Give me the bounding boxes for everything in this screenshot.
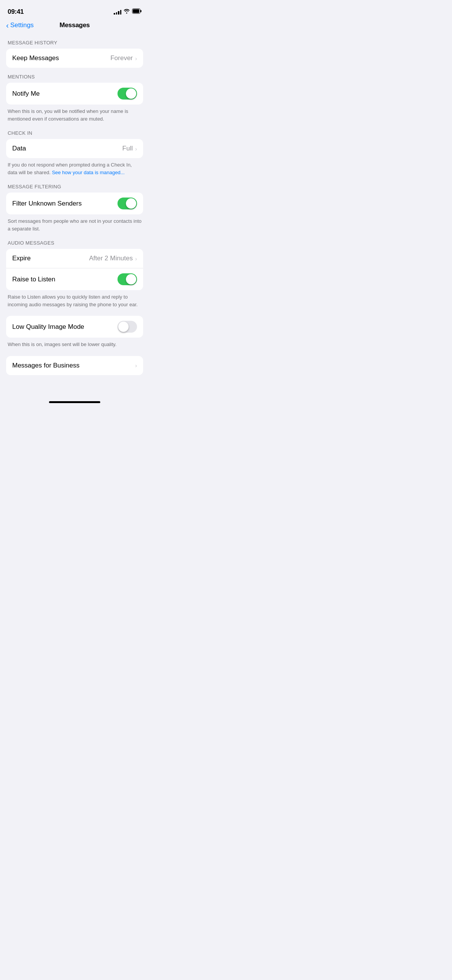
expire-chevron-icon: › xyxy=(135,255,137,262)
section-header-message-filtering: MESSAGE FILTERING xyxy=(0,178,149,193)
audio-messages-card: Expire After 2 Minutes › Raise to Listen xyxy=(6,249,143,290)
section-header-check-in: CHECK IN xyxy=(0,124,149,139)
audio-messages-desc: Raise to Listen allows you to quickly li… xyxy=(0,290,149,310)
keep-messages-row[interactable]: Keep Messages Forever › xyxy=(6,49,143,68)
messages-for-business-card: Messages for Business › xyxy=(6,356,143,375)
messages-for-business-chevron-icon: › xyxy=(135,362,137,369)
message-filtering-desc: Sort messages from people who are not in… xyxy=(0,214,149,234)
settings-content: MESSAGE HISTORY Keep Messages Forever › … xyxy=(0,34,149,390)
section-header-audio-messages: AUDIO MESSAGES xyxy=(0,234,149,249)
filter-unknown-senders-toggle-thumb xyxy=(126,198,136,209)
data-chevron-icon: › xyxy=(135,145,137,152)
low-quality-image-mode-toggle[interactable] xyxy=(117,321,137,333)
svg-rect-2 xyxy=(133,9,139,13)
raise-to-listen-toggle[interactable] xyxy=(117,273,137,285)
low-quality-image-mode-toggle-thumb xyxy=(118,322,129,332)
data-row[interactable]: Data Full › xyxy=(6,139,143,158)
notify-me-toggle-thumb xyxy=(126,88,136,99)
status-bar: 09:41 xyxy=(0,0,149,18)
keep-messages-value: Forever › xyxy=(110,54,137,62)
status-icons xyxy=(114,8,142,15)
messages-for-business-value: › xyxy=(135,362,137,369)
notify-me-row: Notify Me xyxy=(6,83,143,105)
back-label: Settings xyxy=(10,21,34,29)
notify-me-toggle[interactable] xyxy=(117,88,137,100)
filter-unknown-senders-label: Filter Unknown Senders xyxy=(12,200,82,207)
messages-for-business-label: Messages for Business xyxy=(12,362,80,369)
expire-value: After 2 Minutes › xyxy=(89,255,137,262)
messages-for-business-row[interactable]: Messages for Business › xyxy=(6,356,143,375)
notify-me-label: Notify Me xyxy=(12,90,40,98)
filter-unknown-senders-toggle[interactable] xyxy=(117,198,137,209)
low-quality-image-mode-desc: When this is on, images sent will be low… xyxy=(0,338,149,350)
status-time: 09:41 xyxy=(8,8,24,16)
message-history-card: Keep Messages Forever › xyxy=(6,49,143,68)
battery-icon xyxy=(132,8,142,15)
low-quality-image-mode-label: Low Quality Image Mode xyxy=(12,323,84,331)
page-title: Messages xyxy=(60,21,90,29)
raise-to-listen-row: Raise to Listen xyxy=(6,268,143,290)
low-quality-image-mode-row: Low Quality Image Mode xyxy=(6,316,143,338)
check-in-link[interactable]: See how your data is managed... xyxy=(52,170,125,175)
expire-row[interactable]: Expire After 2 Minutes › xyxy=(6,249,143,268)
back-chevron-icon: ‹ xyxy=(6,21,9,30)
message-filtering-card: Filter Unknown Senders xyxy=(6,193,143,214)
raise-to-listen-toggle-thumb xyxy=(126,274,136,284)
mentions-card: Notify Me xyxy=(6,83,143,105)
mentions-desc: When this is on, you will be notified wh… xyxy=(0,105,149,124)
data-value: Full › xyxy=(122,145,137,152)
nav-bar: ‹ Settings Messages xyxy=(0,18,149,34)
signal-icon xyxy=(114,9,121,15)
section-header-message-history: MESSAGE HISTORY xyxy=(0,34,149,49)
keep-messages-chevron-icon: › xyxy=(135,55,137,62)
wifi-icon xyxy=(124,8,130,15)
home-bar xyxy=(49,401,100,403)
keep-messages-label: Keep Messages xyxy=(12,54,59,62)
check-in-card: Data Full › xyxy=(6,139,143,158)
raise-to-listen-label: Raise to Listen xyxy=(12,276,55,283)
svg-rect-1 xyxy=(140,10,142,12)
section-header-mentions: MENTIONS xyxy=(0,68,149,83)
home-indicator xyxy=(0,398,149,406)
expire-label: Expire xyxy=(12,255,31,262)
data-label: Data xyxy=(12,145,26,152)
filter-unknown-senders-row: Filter Unknown Senders xyxy=(6,193,143,214)
check-in-desc: If you do not respond when prompted duri… xyxy=(0,158,149,178)
low-quality-image-mode-card: Low Quality Image Mode xyxy=(6,316,143,338)
back-button[interactable]: ‹ Settings xyxy=(6,21,34,30)
